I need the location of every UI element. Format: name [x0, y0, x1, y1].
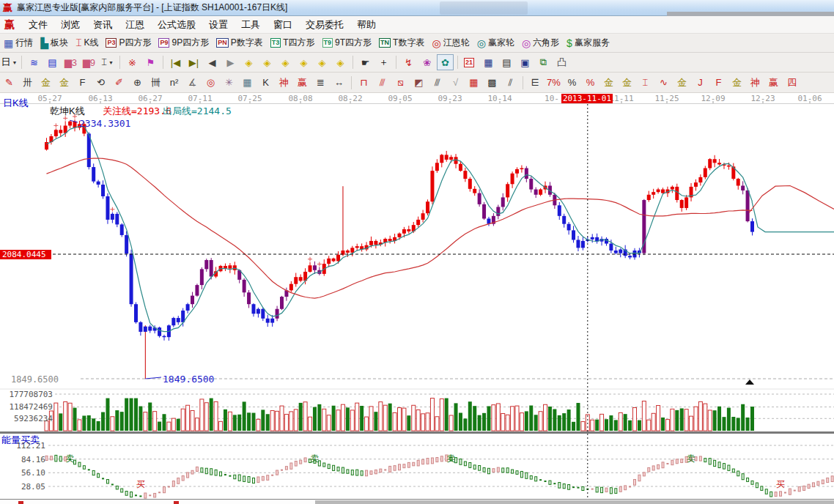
- next-button[interactable]: ▶: [222, 54, 239, 70]
- prev-button[interactable]: ◀: [204, 54, 221, 70]
- gold-lines-tool[interactable]: 金: [619, 75, 635, 91]
- menu-item-8[interactable]: 交易委托: [299, 17, 350, 32]
- seven-pct-tool-icon: 7%: [547, 77, 561, 88]
- compass-tool[interactable]: ◎: [202, 75, 219, 91]
- sectors-button[interactable]: ▙板块: [40, 37, 68, 49]
- parallel-tool[interactable]: ⫽: [502, 75, 519, 91]
- angle-tool[interactable]: ∡: [184, 75, 201, 91]
- chart3-icon[interactable]: ▆3: [62, 54, 79, 70]
- candle-pen-tool[interactable]: ⌶: [637, 75, 654, 91]
- menu-item-1[interactable]: 浏览: [54, 17, 86, 32]
- expand-h-button[interactable]: ◈: [277, 54, 294, 70]
- pen-tool[interactable]: ✎: [1, 75, 18, 91]
- kline-button[interactable]: ⌶K线: [75, 37, 98, 49]
- winner-wheel-button[interactable]: ◎赢家轮: [477, 37, 514, 49]
- calendar-21-button[interactable]: 21: [462, 54, 479, 70]
- gold-grid9-tool[interactable]: 金: [56, 75, 73, 91]
- calculator-button[interactable]: ▦: [480, 54, 497, 70]
- win-grid-tool[interactable]: 赢: [294, 75, 311, 91]
- fan-box-tool[interactable]: ⧅: [392, 75, 409, 91]
- pan-left-button[interactable]: ◈: [240, 54, 257, 70]
- menu-item-6[interactable]: 工具: [235, 17, 267, 32]
- menu-item-0[interactable]: 文件: [22, 17, 54, 32]
- color-flag-icon[interactable]: ⚑: [142, 54, 159, 70]
- save-button[interactable]: ▣: [517, 54, 534, 70]
- grid-corner-tool[interactable]: ▩: [484, 75, 501, 91]
- seven-pct-tool[interactable]: 7%: [545, 75, 562, 91]
- p9-square-button[interactable]: P99P四方形: [158, 37, 209, 49]
- p-square-button[interactable]: P3P四方形: [106, 37, 151, 49]
- pan-right-button[interactable]: ◈: [259, 54, 276, 70]
- check-lines-tool[interactable]: √: [447, 75, 464, 91]
- flower-tool-button[interactable]: ❀: [418, 54, 435, 70]
- hatch-tool[interactable]: 卅: [19, 75, 36, 91]
- menu-item-4[interactable]: 公式选股: [151, 17, 202, 32]
- menu-item-2[interactable]: 资讯: [86, 17, 119, 32]
- shen-grid-tool[interactable]: 神: [276, 75, 292, 91]
- hexagon-button[interactable]: ◎六角形: [522, 37, 559, 49]
- zigzag-measure-button[interactable]: ↯: [400, 54, 417, 70]
- gold-grid-tool[interactable]: 金: [37, 75, 54, 91]
- pane-label-daily-kline[interactable]: 日K线: [3, 97, 29, 110]
- notes-button[interactable]: ▤: [498, 54, 515, 70]
- circle360-tool[interactable]: ⊕: [129, 75, 146, 91]
- spiral-tool[interactable]: ⟲: [92, 75, 109, 91]
- gold-angle-tool[interactable]: 金: [728, 75, 745, 91]
- angle-lines-tool[interactable]: ⫻: [429, 75, 446, 91]
- chart9-icon[interactable]: ▆9: [81, 54, 97, 70]
- shen-line-tool[interactable]: 神: [747, 75, 764, 91]
- candle-style-selector[interactable]: ⌶▼: [99, 54, 116, 70]
- menu-item-9[interactable]: 帮助: [350, 17, 383, 32]
- pct-tool[interactable]: %: [564, 75, 580, 91]
- t-table-button[interactable]: TNT数字表: [379, 37, 424, 49]
- wave-band-tool[interactable]: ∿: [655, 75, 672, 91]
- grid-dense-tool[interactable]: ▦: [465, 75, 482, 91]
- print-button[interactable]: 凸: [553, 54, 570, 70]
- gold-under-tool[interactable]: 金: [674, 75, 690, 91]
- menu-item-3[interactable]: 江恩: [119, 17, 151, 32]
- price-ruler-tool[interactable]: ⋿: [527, 75, 544, 91]
- n2-tool[interactable]: n²: [166, 75, 182, 91]
- crosshair-tool-button[interactable]: ＋: [375, 54, 392, 70]
- f-ruler-tool[interactable]: F: [74, 75, 91, 91]
- last-page-button[interactable]: ▶|: [185, 54, 202, 70]
- grid-web-tool[interactable]: ▦: [239, 75, 256, 91]
- f-line-tool[interactable]: F: [710, 75, 727, 91]
- restore-rights-icon[interactable]: ※: [124, 54, 141, 70]
- box-grid-tool[interactable]: ⊓: [355, 75, 372, 91]
- bottom-scroll-track[interactable]: [315, 500, 834, 504]
- star-web-tool[interactable]: ✳: [221, 75, 237, 91]
- formula-tool-button[interactable]: ✿: [437, 54, 454, 70]
- brush-tool[interactable]: ✐: [111, 75, 128, 91]
- gold-circle-tool[interactable]: 金: [600, 75, 617, 91]
- expand-all-button[interactable]: ◈: [332, 54, 349, 70]
- first-page-button[interactable]: |◀: [167, 54, 184, 70]
- t9-square-button[interactable]: T99T四方形: [322, 37, 372, 49]
- compress-button[interactable]: ◈: [295, 54, 312, 70]
- j-line-tool[interactable]: J: [692, 75, 709, 91]
- info-list-icon[interactable]: ▤: [44, 54, 61, 70]
- t-square-button[interactable]: T3T四方形: [270, 37, 315, 49]
- service-button[interactable]: $赢家服务: [567, 37, 610, 49]
- gann-wheel-button[interactable]: ◎江恩轮: [432, 37, 469, 49]
- quotes-button[interactable]: ▦行情: [4, 37, 33, 49]
- p-table-button[interactable]: PNP数字表: [216, 37, 263, 49]
- menu-item-5[interactable]: 设置: [202, 17, 235, 32]
- hand-tool-button[interactable]: ☛: [357, 54, 374, 70]
- fan-lines-tool[interactable]: ⫻: [374, 75, 391, 91]
- export-image-button[interactable]: ⧉: [535, 54, 552, 70]
- ruler123-tool[interactable]: ≣: [312, 75, 329, 91]
- span-arrow-tool[interactable]: ↔: [331, 75, 347, 91]
- period-day-selector[interactable]: 日▼: [1, 54, 18, 70]
- pct-lines-tool[interactable]: %: [582, 75, 599, 91]
- si-line-tool[interactable]: 四: [783, 75, 800, 91]
- ruler-dense-tool[interactable]: 卌: [147, 75, 164, 91]
- trend-wave-icon[interactable]: ≋: [26, 54, 43, 70]
- win-line-tool[interactable]: 赢: [765, 75, 782, 91]
- fan-shade-tool[interactable]: ◩: [410, 75, 427, 91]
- ruler123-tool-icon: ≣: [317, 77, 325, 88]
- k-quote-tool[interactable]: K: [257, 75, 274, 91]
- center-button[interactable]: ◈: [314, 54, 331, 70]
- menu-item-7[interactable]: 窗口: [267, 17, 299, 32]
- chart-area[interactable]: 日K线 乾坤K线 关注线=2193.6 出局线=2144.5 2334.3301…: [0, 93, 834, 504]
